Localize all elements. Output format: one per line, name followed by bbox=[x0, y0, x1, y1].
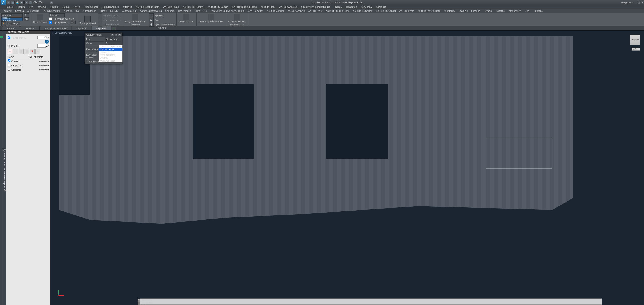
undo-icon[interactable]: ↶ bbox=[20, 1, 24, 4]
corner-label[interactable]: Угол bbox=[155, 19, 160, 21]
prop-row[interactable]: ЦветПоСлою bbox=[85, 37, 122, 41]
ribbon-tab[interactable]: As-Built Plant bbox=[306, 9, 324, 13]
cmd-handle-icon[interactable]: ⋮ bbox=[138, 302, 140, 305]
ribbon-tab[interactable]: Вид bbox=[74, 9, 81, 13]
viewcube[interactable]: Спереди bbox=[630, 35, 640, 45]
centerline-icon[interactable]: ┼ bbox=[149, 22, 154, 27]
toolspace-icon[interactable] bbox=[0, 36, 3, 38]
menu-Файл[interactable]: Файл bbox=[5, 5, 14, 9]
corner-icon[interactable]: ◣ bbox=[149, 18, 154, 22]
save-icon[interactable]: 💾 bbox=[16, 1, 19, 4]
ribbon-tab[interactable]: Вставка bbox=[482, 9, 494, 13]
app-menu-button[interactable]: A bbox=[1, 0, 6, 5]
ribbon-tab[interactable]: Аннотации bbox=[26, 9, 41, 13]
ribbon-tab[interactable]: Главная bbox=[457, 9, 470, 13]
ribbon-tab[interactable]: As-Built Photo bbox=[398, 9, 416, 13]
ribbon-tab[interactable]: Главная bbox=[1, 9, 13, 13]
panel-params-label[interactable]: Параметры ▾ bbox=[228, 23, 246, 26]
ribbon-tab[interactable]: Главная bbox=[470, 9, 482, 13]
ribbon-tab[interactable]: As-Built Feature Data bbox=[416, 9, 442, 13]
file-tab[interactable]: Чертеж4* bbox=[92, 26, 111, 30]
ribbon-tab[interactable]: Справка bbox=[164, 9, 176, 13]
transparency-value[interactable]: 60 bbox=[70, 21, 76, 24]
file-tab[interactable]: Чертеж3* bbox=[72, 26, 91, 30]
ribbon-tab[interactable]: As-Built Building Plans bbox=[324, 9, 351, 13]
row-checkbox[interactable] bbox=[8, 68, 10, 71]
menu-Общие[interactable]: Общие bbox=[49, 5, 60, 9]
left-strip-1[interactable]: Область инструментов bbox=[0, 31, 3, 305]
sm-col-name[interactable]: Name bbox=[8, 55, 29, 59]
ribbon-tab[interactable]: Autodesk 360 bbox=[120, 9, 138, 13]
sm-tool-6[interactable]: ≡ bbox=[35, 49, 40, 54]
menu-Линии/Кривые[interactable]: Линии/Кривые bbox=[101, 5, 121, 9]
menu-Поверхности[interactable]: Поверхности bbox=[82, 5, 100, 9]
maximize-icon[interactable]: ▢ bbox=[638, 1, 640, 4]
menu-As-Built TS Control[interactable]: As-Built TS Control bbox=[181, 5, 205, 9]
ribbon-tab[interactable]: As-Built Modeler bbox=[265, 9, 286, 13]
command-line[interactable]: ✕ ⋮ Команда: Команда: >_- bbox=[140, 298, 602, 305]
table-row[interactable]: Сторона 1unknown bbox=[8, 63, 49, 67]
menu-As-Built Feature Data[interactable]: As-Built Feature Data bbox=[134, 5, 161, 9]
table-row[interactable]: All pointsunknown bbox=[8, 67, 49, 72]
menu-Вид[interactable]: Вид bbox=[27, 5, 35, 9]
minimize-icon[interactable]: — bbox=[634, 1, 636, 4]
stylization-dropdown[interactable]: Цвета сканированияЦвет объектаНормальИнт… bbox=[99, 45, 123, 62]
centerline-label[interactable]: Центровая линия bbox=[155, 23, 175, 26]
ribbon-tab[interactable]: Вставка bbox=[494, 9, 506, 13]
menu-Точки[interactable]: Точки bbox=[72, 5, 82, 9]
ribbon-tab[interactable]: Надстройки bbox=[176, 9, 193, 13]
row-checkbox[interactable] bbox=[8, 64, 10, 66]
sm-tool-1[interactable]: ✚ bbox=[8, 49, 12, 54]
plot-icon[interactable]: ⎙ bbox=[29, 1, 32, 4]
grad-dropdown[interactable]: Градус bbox=[49, 13, 65, 17]
workspace-dropdown[interactable]: Civil 3D ▾ bbox=[33, 1, 49, 4]
xref-button[interactable]: Внешняя ссылка bbox=[228, 13, 246, 23]
viewport[interactable]: [-][Спереди][Каркас] Облако точек ▾ ⇲ ✕ … bbox=[50, 31, 644, 305]
dropdown-option[interactable]: Цвет объекта bbox=[99, 48, 122, 51]
new-tab-button[interactable]: + bbox=[112, 27, 116, 30]
ribbon-tab[interactable]: Сеть bbox=[523, 9, 532, 13]
object-color-button[interactable]: Цвет объекта bbox=[32, 14, 48, 24]
ribbon-tab[interactable]: Управление bbox=[506, 9, 523, 13]
help-icon[interactable]: ? bbox=[45, 40, 49, 44]
redo-icon[interactable]: ↷ bbox=[24, 1, 28, 4]
palette-dropdown-icon[interactable]: ▾ bbox=[111, 33, 114, 36]
ribbon-tab[interactable]: Рекомендованные приложения bbox=[208, 9, 246, 13]
sm-tool-4[interactable]: ▦ bbox=[24, 49, 29, 54]
search-placeholder[interactable]: Введите к bbox=[621, 1, 632, 4]
menu-As-Built TS Design[interactable]: As-Built TS Design bbox=[206, 5, 230, 9]
dropdown-option[interactable]: Отметка bbox=[99, 56, 122, 59]
ribbon-tab[interactable]: СПДС 2018 bbox=[192, 9, 208, 13]
ribbon-tab[interactable]: Geo_Deviation bbox=[246, 9, 265, 13]
point-cloud[interactable] bbox=[59, 36, 573, 234]
new-icon[interactable]: ▫ bbox=[7, 1, 10, 4]
ribbon-tab[interactable]: Аннотации bbox=[442, 9, 457, 13]
ribbon-tab[interactable]: As-Built TS Design bbox=[351, 9, 374, 13]
sm-tool-3[interactable]: ▥ bbox=[19, 49, 24, 54]
menu-Профили[interactable]: Профили bbox=[344, 5, 359, 9]
menu-Трассы[interactable]: Трассы bbox=[332, 5, 344, 9]
ribbon-tab[interactable]: Управление bbox=[81, 9, 98, 13]
ribbon-tab[interactable]: Съемка bbox=[108, 9, 120, 13]
file-tab[interactable]: Начало bbox=[2, 26, 20, 30]
walk-label[interactable]: 3D-обход bbox=[7, 22, 20, 25]
menu-As-Built Building Plans[interactable]: As-Built Building Plans bbox=[230, 5, 258, 9]
qat-more-icon[interactable]: ▾ bbox=[50, 1, 53, 4]
sm-col-points[interactable]: No. of points bbox=[29, 55, 49, 59]
file-tab[interactable]: Чертеж1* bbox=[20, 26, 40, 30]
sm-pointsize-input[interactable] bbox=[37, 44, 46, 48]
pc-manager-button[interactable]: Диспетчер облака точек bbox=[198, 13, 224, 23]
ribbon-tab[interactable]: Autodesk InfraWorks bbox=[138, 9, 164, 13]
menu-As-Built Plant[interactable]: As-Built Plant bbox=[259, 5, 277, 9]
menu-Сечения[interactable]: Сечения bbox=[374, 5, 388, 9]
ribbon-tab[interactable]: As-Built Analysis bbox=[286, 9, 306, 13]
point-size-value[interactable]: 2 bbox=[24, 13, 29, 17]
ribbon-tab[interactable]: Справка bbox=[532, 9, 544, 13]
dropdown-option[interactable]: Нормаль bbox=[99, 51, 122, 54]
left-strip-2[interactable]: Диспетчер восстановления чертежей bbox=[3, 31, 6, 305]
section-lines-button[interactable]: Линии сечения bbox=[178, 13, 195, 23]
file-tab[interactable]: Kaluga_razvertka.dxf bbox=[40, 26, 71, 30]
sm-transparency-checkbox[interactable] bbox=[8, 36, 10, 39]
palette-pin-icon[interactable]: ⇲ bbox=[115, 33, 117, 36]
edge-label[interactable]: Кромка bbox=[155, 14, 163, 17]
